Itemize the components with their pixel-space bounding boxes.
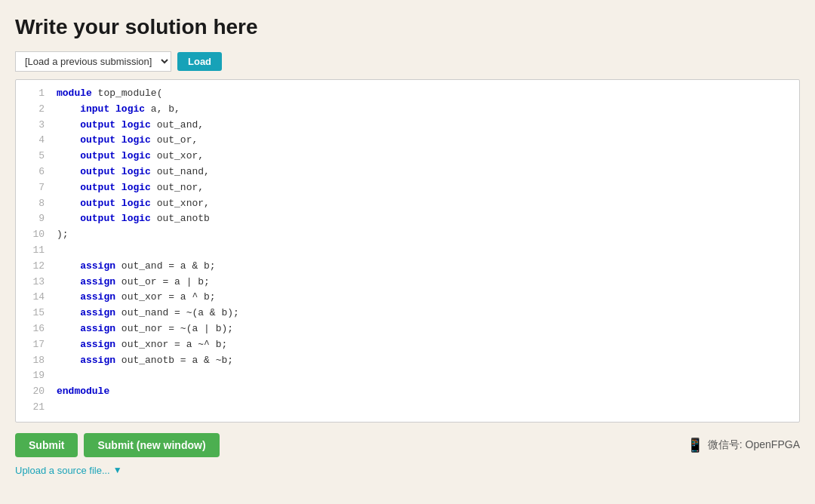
line-num-3: 3 xyxy=(23,118,45,134)
line-content-13: assign out_or = a | b; xyxy=(57,275,210,290)
code-line-5: 5 output logic out_xor, xyxy=(16,149,799,164)
submit-buttons: Submit Submit (new window) xyxy=(15,433,220,457)
code-line-13: 13 assign out_or = a | b; xyxy=(16,275,799,290)
upload-link[interactable]: Upload a source file... ▼ xyxy=(15,465,800,476)
line-num-12: 12 xyxy=(23,259,45,275)
line-content-15: assign out_nand = ~(a & b); xyxy=(57,306,239,321)
bottom-bar: Submit Submit (new window) 📱 微信号: OpenFP… xyxy=(15,433,800,457)
line-content-9: output logic out_anotb xyxy=(57,211,210,227)
line-num-2: 2 xyxy=(23,102,45,118)
line-num-6: 6 xyxy=(23,164,45,180)
load-button[interactable]: Load xyxy=(177,52,222,71)
page-container: Write your solution here [Load a previou… xyxy=(15,15,800,476)
line-num-20: 20 xyxy=(23,384,45,400)
line-num-7: 7 xyxy=(23,180,45,196)
line-num-5: 5 xyxy=(23,149,45,164)
upload-label: Upload a source file... xyxy=(15,465,110,476)
line-content-21 xyxy=(57,400,63,416)
line-content-16: assign out_nor = ~(a | b); xyxy=(57,321,233,337)
code-line-4: 4 output logic out_or, xyxy=(16,133,799,149)
code-line-14: 14 assign out_xor = a ^ b; xyxy=(16,290,799,306)
page-title: Write your solution here xyxy=(15,15,800,39)
line-num-17: 17 xyxy=(23,337,45,353)
code-line-15: 15 assign out_nand = ~(a & b); xyxy=(16,306,799,321)
line-num-15: 15 xyxy=(23,306,45,321)
line-content-17: assign out_xnor = a ~^ b; xyxy=(57,337,227,353)
code-line-20: 20 endmodule xyxy=(16,384,799,400)
code-line-19: 19 xyxy=(16,368,799,384)
code-line-18: 18 assign out_anotb = a & ~b; xyxy=(16,353,799,369)
line-content-6: output logic out_nand, xyxy=(57,164,210,180)
code-line-16: 16 assign out_nor = ~(a | b); xyxy=(16,321,799,337)
line-content-1: module top_module( xyxy=(57,86,162,102)
code-line-12: 12 assign out_and = a & b; xyxy=(16,259,799,275)
upload-row: Upload a source file... ▼ xyxy=(15,465,800,476)
line-content-20: endmodule xyxy=(57,384,109,400)
submit-new-window-button[interactable]: Submit (new window) xyxy=(84,433,219,457)
line-content-14: assign out_xor = a ^ b; xyxy=(57,290,216,306)
brand-text: 微信号: OpenFPGA xyxy=(708,438,800,452)
line-num-21: 21 xyxy=(23,400,45,416)
line-num-14: 14 xyxy=(23,290,45,306)
code-line-8: 8 output logic out_xnor, xyxy=(16,196,799,212)
code-line-6: 6 output logic out_nand, xyxy=(16,164,799,180)
toolbar: [Load a previous submission] Load xyxy=(15,51,800,72)
code-line-21: 21 xyxy=(16,400,799,416)
code-line-2: 2 input logic a, b, xyxy=(16,102,799,118)
line-content-19 xyxy=(57,368,63,384)
code-line-7: 7 output logic out_nor, xyxy=(16,180,799,196)
line-content-4: output logic out_or, xyxy=(57,133,198,149)
code-line-10: 10 ); xyxy=(16,227,799,243)
wechat-icon: 📱 xyxy=(687,437,703,453)
line-content-12: assign out_and = a & b; xyxy=(57,259,216,275)
line-content-7: output logic out_nor, xyxy=(57,180,204,196)
line-num-1: 1 xyxy=(23,86,45,102)
line-content-11 xyxy=(57,243,63,259)
line-num-8: 8 xyxy=(23,196,45,212)
line-num-9: 9 xyxy=(23,211,45,227)
line-content-10: ); xyxy=(57,227,69,243)
code-line-3: 3 output logic out_and, xyxy=(16,118,799,134)
code-line-1: 1 module top_module( xyxy=(16,86,799,102)
line-num-10: 10 xyxy=(23,227,45,243)
line-num-4: 4 xyxy=(23,133,45,149)
code-editor[interactable]: 1 module top_module( 2 input logic a, b,… xyxy=(15,79,800,423)
code-line-17: 17 assign out_xnor = a ~^ b; xyxy=(16,337,799,353)
line-num-13: 13 xyxy=(23,275,45,290)
line-num-19: 19 xyxy=(23,368,45,384)
submit-button[interactable]: Submit xyxy=(15,433,78,457)
line-content-3: output logic out_and, xyxy=(57,118,204,134)
code-line-11: 11 xyxy=(16,243,799,259)
line-content-18: assign out_anotb = a & ~b; xyxy=(57,353,233,369)
line-num-11: 11 xyxy=(23,243,45,259)
brand-watermark: 📱 微信号: OpenFPGA xyxy=(687,437,800,453)
submission-select[interactable]: [Load a previous submission] xyxy=(15,51,171,72)
line-num-16: 16 xyxy=(23,321,45,337)
line-content-5: output logic out_xor, xyxy=(57,149,204,164)
line-content-8: output logic out_xnor, xyxy=(57,196,210,212)
chevron-down-icon: ▼ xyxy=(113,465,122,475)
line-content-2: input logic a, b, xyxy=(57,102,180,118)
line-num-18: 18 xyxy=(23,353,45,369)
code-line-9: 9 output logic out_anotb xyxy=(16,211,799,227)
